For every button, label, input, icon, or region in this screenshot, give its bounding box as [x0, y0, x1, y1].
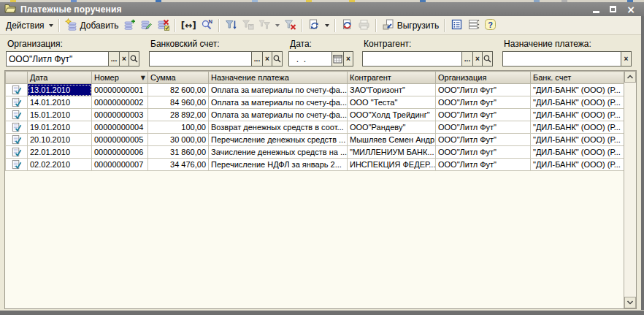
output-list-button[interactable] [465, 17, 482, 34]
filter-save-button[interactable] [239, 17, 256, 34]
cell-purpose[interactable]: Оплата за материалы по счету-фа... [209, 96, 348, 109]
column-header-purpose[interactable]: Назначение платежа [209, 72, 348, 84]
cell-number[interactable]: 00000000006 [92, 146, 148, 159]
table-row[interactable]: 02.02.2010 00000000007 34 476,00 Перечис… [6, 159, 624, 171]
cell-bank-account[interactable]: "ДИЛ-БАНК" (ООО) (Р... [531, 159, 624, 171]
cell-organization[interactable]: ООО"Литл Фут" [436, 121, 531, 134]
counterparty-select-button[interactable]: ... [462, 51, 473, 67]
cell-sum[interactable]: 34 476,00 [148, 159, 209, 171]
cell-purpose[interactable]: Перечисление денежных средств ... [209, 134, 348, 146]
cell-bank-account[interactable]: "ДИЛ-БАНК" (ООО) (Р... [531, 146, 624, 159]
cell-date[interactable]: 15.01.2010 [28, 109, 92, 121]
export-button[interactable] [306, 17, 331, 34]
cell-number[interactable]: 00000000007 [92, 159, 148, 171]
cell-number[interactable]: 00000000002 [92, 96, 148, 109]
scroll-down-button[interactable] [624, 297, 636, 308]
cell-sum[interactable]: 30 000,00 [148, 134, 209, 146]
organization-open-button[interactable] [129, 51, 139, 67]
bank-account-input[interactable] [149, 51, 252, 67]
column-header-counterparty[interactable]: Контрагент [348, 72, 436, 84]
column-header-sum[interactable]: Сумма [148, 72, 209, 84]
counterparty-clear-button[interactable]: × [473, 51, 483, 67]
table-row[interactable]: 13.01.2010 00000000001 82 600,00 Оплата … [6, 84, 624, 96]
cell-organization[interactable]: ООО"Литл Фут" [436, 84, 531, 96]
add-copy-button[interactable] [121, 17, 138, 34]
table-row[interactable]: 14.01.2010 00000000002 84 960,00 Оплата … [6, 96, 624, 109]
list-settings-button[interactable] [448, 17, 465, 34]
column-header-icon[interactable] [6, 72, 28, 84]
cell-organization[interactable]: ООО"Литл Фут" [436, 109, 531, 121]
refresh-button[interactable] [339, 17, 356, 34]
vertical-scrollbar[interactable] [624, 71, 636, 308]
cell-purpose[interactable]: Возврат денежных средств в соот... [209, 121, 348, 134]
cell-bank-account[interactable]: "ДИЛ-БАНК" (ООО) (Р... [531, 84, 624, 96]
organization-input[interactable] [6, 51, 109, 67]
counterparty-open-button[interactable] [483, 51, 493, 67]
table-row[interactable]: 20.10.2010 00000000005 30 000,00 Перечис… [6, 134, 624, 146]
date-input[interactable] [288, 51, 332, 67]
cell-counterparty[interactable]: Мышляев Семен Андр... [348, 134, 436, 146]
table-row[interactable]: 22.01.2010 00000000006 31 860,00 Зачисле… [6, 146, 624, 159]
cell-date[interactable]: 19.01.2010 [28, 121, 92, 134]
date-calendar-button[interactable] [332, 51, 344, 67]
cell-purpose[interactable]: Зачисление денежных средств на ... [209, 146, 348, 159]
cell-sum[interactable]: 82 600,00 [148, 84, 209, 96]
bank-account-select-button[interactable]: ... [252, 51, 263, 67]
find-by-number-button[interactable]: N [199, 17, 215, 34]
filter-history-button[interactable] [256, 17, 282, 34]
cell-purpose[interactable]: Оплата за материалы по счету-фа... [209, 109, 348, 121]
table-row[interactable]: 19.01.2010 00000000004 100,00 Возврат де… [6, 121, 624, 134]
cell-counterparty[interactable]: ООО"Рандеву" [348, 121, 436, 134]
cell-bank-account[interactable]: "ДИЛ-БАНК" (ООО) (Р... [531, 96, 624, 109]
minimize-button[interactable] [593, 11, 599, 13]
maximize-button[interactable] [610, 6, 616, 12]
column-header-org[interactable]: Организация [436, 72, 531, 84]
cell-date[interactable]: 02.02.2010 [28, 159, 92, 171]
cell-number[interactable]: 00000000003 [92, 109, 148, 121]
cell-counterparty[interactable]: ООО "Теста" [348, 96, 436, 109]
cell-counterparty[interactable]: "МИЛЛЕНИУМ БАНК... [348, 146, 436, 159]
payment-purpose-input[interactable] [502, 51, 621, 67]
bank-account-open-button[interactable] [272, 51, 283, 67]
cell-number[interactable]: 00000000004 [92, 121, 148, 134]
cell-organization[interactable]: ООО"Литл Фут" [436, 146, 531, 159]
column-header-account[interactable]: Банк. счет [531, 72, 624, 84]
help-button[interactable]: ? [482, 17, 499, 34]
table-row[interactable]: 15.01.2010 00000000003 28 892,00 Оплата … [6, 109, 624, 121]
delete-button[interactable] [155, 17, 172, 34]
organization-clear-button[interactable]: × [120, 51, 129, 67]
cell-sum[interactable]: 84 960,00 [148, 96, 209, 109]
cell-organization[interactable]: ООО"Литл Фут" [436, 159, 531, 171]
cell-sum[interactable]: 100,00 [148, 121, 209, 134]
cell-organization[interactable]: ООО"Литл Фут" [436, 96, 531, 109]
bank-account-clear-button[interactable]: × [263, 51, 272, 67]
cell-organization[interactable]: ООО"Литл Фут" [436, 134, 531, 146]
filter-sort-button[interactable] [223, 17, 239, 34]
cell-date[interactable]: 14.01.2010 [28, 96, 92, 109]
cell-counterparty[interactable]: ООО"Холд Трейдинг" [348, 109, 436, 121]
unload-button[interactable]: Выгрузить [380, 17, 442, 34]
counterparty-input[interactable] [362, 51, 462, 67]
cell-purpose[interactable]: Перечисление НДФЛ за январь 2... [209, 159, 348, 171]
cell-purpose[interactable]: Оплата за материалы по счету-фа... [209, 84, 348, 96]
column-width-button[interactable]: [↔] [179, 19, 199, 32]
actions-menu-button[interactable]: Действия [4, 19, 55, 32]
print-button[interactable] [356, 17, 372, 34]
cell-bank-account[interactable]: "ДИЛ-БАНК" (ООО) (Р... [531, 121, 624, 134]
cell-date[interactable]: 22.01.2010 [28, 146, 92, 159]
add-button[interactable]: Добавить [63, 17, 121, 34]
organization-select-button[interactable]: ... [109, 51, 120, 67]
payment-purpose-clear-button[interactable]: × [621, 51, 632, 67]
cell-sum[interactable]: 28 892,00 [148, 109, 209, 121]
cell-counterparty[interactable]: ЗАО"Горизонт" [348, 84, 436, 96]
clear-filter-button[interactable] [282, 17, 299, 34]
cell-number[interactable]: 00000000001 [92, 84, 148, 96]
column-header-number[interactable]: Номер▼ [92, 72, 148, 84]
date-clear-button[interactable]: × [344, 51, 353, 67]
cell-bank-account[interactable]: "ДИЛ-БАНК" (ООО) (Р... [531, 134, 624, 146]
cell-bank-account[interactable]: "ДИЛ-БАНК" (ООО) (Р... [531, 109, 624, 121]
column-header-date[interactable]: Дата [28, 72, 92, 84]
cell-date[interactable]: 13.01.2010 [28, 84, 92, 96]
cell-counterparty[interactable]: ИНСПЕКЦИЯ ФЕДЕР... [348, 159, 436, 171]
cell-sum[interactable]: 31 860,00 [148, 146, 209, 159]
